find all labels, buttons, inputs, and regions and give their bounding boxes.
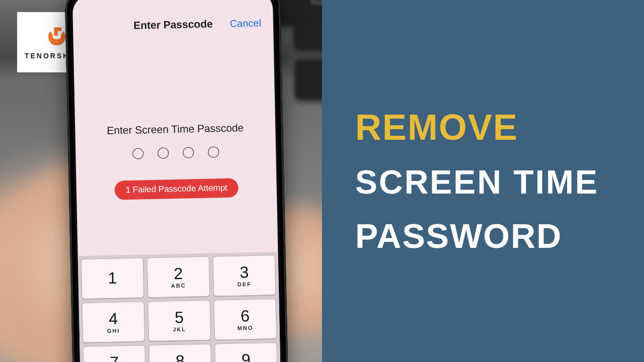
- passcode-dot: [183, 147, 194, 158]
- key-digit: 7: [110, 354, 119, 362]
- passcode-dot: [208, 146, 219, 157]
- thumbnail-stage: F11 F12 TENORSHARE Enter Passcode Cancel: [0, 0, 644, 362]
- keypad-key-7[interactable]: 7PQRS: [83, 345, 146, 362]
- key-letters: ABC: [171, 283, 186, 289]
- phone-device: Enter Passcode Cancel Enter Screen Time …: [64, 0, 289, 362]
- key-letters: JKL: [173, 326, 186, 333]
- keypad-key-1[interactable]: 1: [81, 257, 144, 299]
- title-panel: REMOVE SCREEN TIME PASSWORD: [322, 0, 644, 362]
- key-letters: MNO: [237, 325, 254, 331]
- key-digit: 8: [176, 353, 185, 362]
- keypad-key-8[interactable]: 8TUV: [148, 344, 212, 362]
- keypad-key-9[interactable]: 9WXYZ: [214, 342, 278, 362]
- key-letters: GHI: [107, 327, 120, 334]
- key-letters: DEF: [237, 281, 252, 288]
- headline-line1: REMOVE: [355, 109, 644, 145]
- keypad-key-5[interactable]: 5JKL: [148, 300, 211, 342]
- key-digit: 5: [175, 309, 184, 325]
- key-digit: 2: [174, 265, 183, 282]
- key-digit: 3: [239, 264, 249, 280]
- key-digit: 9: [242, 351, 251, 362]
- headline-line3: PASSWORD: [355, 219, 644, 253]
- navbar: Enter Passcode Cancel: [73, 12, 274, 38]
- photo-left-pane: F11 F12 TENORSHARE Enter Passcode Cancel: [0, 0, 322, 362]
- passcode-error-badge: 1 Failed Passcode Attempt: [114, 178, 238, 200]
- headline-line2: SCREEN TIME: [355, 165, 644, 199]
- passcode-dot: [132, 148, 143, 159]
- keypad-key-4[interactable]: 4GHI: [82, 301, 145, 343]
- key-digit: 1: [108, 270, 117, 286]
- tenorshare-logo-icon: [46, 25, 68, 47]
- key-digit: 4: [109, 311, 118, 327]
- cancel-button[interactable]: Cancel: [229, 17, 261, 29]
- phone-screen: Enter Passcode Cancel Enter Screen Time …: [72, 0, 282, 362]
- passcode-prompt: Enter Screen Time Passcode: [75, 121, 275, 137]
- navbar-title: Enter Passcode: [133, 18, 213, 31]
- numeric-keypad: 1 2ABC 3DEF 4GHI 5JKL 6MNO 7PQRS 8TUV 9W…: [78, 252, 282, 362]
- passcode-dots: [75, 145, 276, 160]
- passcode-dot: [157, 147, 169, 158]
- keypad-key-3[interactable]: 3DEF: [213, 255, 276, 297]
- key-digit: 6: [240, 308, 250, 324]
- keypad-key-6[interactable]: 6MNO: [214, 299, 277, 340]
- keypad-key-2[interactable]: 2ABC: [147, 256, 210, 298]
